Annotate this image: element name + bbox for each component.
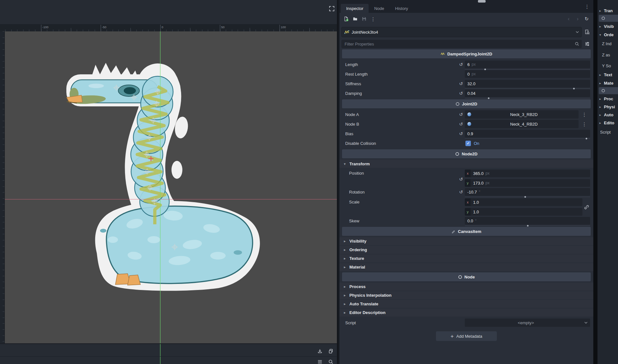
tab-node[interactable]: Node [369, 4, 389, 13]
section-process[interactable]: ▸ Process [339, 283, 593, 291]
y-axis-tag: y [465, 208, 471, 216]
revert-icon[interactable]: ↺ [457, 121, 465, 127]
dock-scrollbar-thumb[interactable] [478, 0, 486, 3]
unit-suffix: px [472, 62, 476, 67]
node-a-options-icon[interactable]: ⋮ [579, 112, 590, 118]
property-label: Stiffness [345, 81, 457, 86]
vertical-ruler [0, 31, 5, 343]
node-a-assign-button[interactable]: Neck_3_RB2D [465, 110, 579, 119]
revert-icon[interactable]: ↺ [457, 131, 465, 136]
category-node[interactable]: Node [342, 272, 591, 281]
revert-icon[interactable]: ↺ [457, 175, 465, 182]
panel-dock-button[interactable] [316, 347, 324, 355]
sliver-category-bar[interactable] [599, 87, 618, 94]
property-filter-options-button[interactable] [583, 40, 591, 48]
history-back-button[interactable]: ‹ [564, 15, 573, 23]
category-joint2d[interactable]: Joint2D [342, 99, 591, 108]
stiffness-value-field[interactable]: 32.0 [465, 80, 590, 87]
chevron-right-icon: ▸ [344, 248, 347, 252]
damping-value-field[interactable]: 0.04 [465, 89, 590, 97]
edited-object-name: JointNeck3to4 [352, 30, 573, 35]
tab-history[interactable]: History [390, 4, 413, 13]
add-metadata-button[interactable]: + Add Metadata [436, 331, 497, 341]
section-physics-interpolation[interactable]: ▸ Physics Interpolation [339, 291, 593, 299]
dock-options-menu-icon[interactable]: ⋮ [583, 4, 591, 10]
2d-viewport-canvas[interactable] [0, 31, 337, 364]
unit-suffix: px [486, 181, 490, 185]
sliver-category-bar[interactable] [599, 15, 618, 22]
sliver-section-transform[interactable]: ▸Tran [599, 8, 618, 13]
rest-length-value-field[interactable]: 0 px [465, 70, 590, 78]
slider-handle[interactable] [527, 225, 529, 227]
section-texture[interactable]: ▸ Texture [339, 254, 593, 262]
new-resource-icon [344, 16, 349, 21]
tab-inspector[interactable]: Inspector [341, 4, 369, 13]
revert-icon[interactable]: ↺ [457, 112, 465, 117]
section-visibility[interactable]: ▸ Visibility [339, 237, 593, 245]
panel-float-button[interactable] [327, 347, 335, 355]
slider-handle[interactable] [524, 196, 526, 198]
filter-properties-field[interactable] [341, 40, 582, 48]
load-resource-button[interactable] [351, 15, 359, 23]
sliver-section-material[interactable]: ▸Mate [599, 80, 618, 86]
script-assign-dropdown[interactable]: <empty> [465, 318, 590, 327]
sliver-section-texture[interactable]: ▸Text [599, 72, 618, 78]
sliver-section-visibility[interactable]: ▸Visib [599, 23, 618, 29]
property-row-bias: Bias ↺ 0.9 [339, 129, 593, 138]
position-y-field[interactable]: 173.0 px [471, 179, 590, 187]
rotation-value-field[interactable]: -10.7 ° [465, 188, 590, 196]
node-b-assign-button[interactable]: Neck_4_RB2D [465, 120, 579, 128]
skew-value-field[interactable]: 0.0 ° [465, 217, 590, 225]
expand-viewport-button[interactable] [328, 4, 336, 13]
position-x-field[interactable]: 365.0 px [471, 170, 590, 177]
plus-icon: + [451, 334, 454, 339]
object-history-button[interactable]: ↻ [582, 15, 591, 23]
sliver-section-process[interactable]: ▸Proc [599, 96, 618, 102]
menu-lines-button[interactable] [316, 358, 324, 364]
zoom-search-button[interactable] [327, 358, 335, 364]
disable-collision-checkbox[interactable]: ✓ [465, 141, 471, 146]
node-b-value: Neck_4_RB2D [472, 122, 576, 127]
filter-properties-input[interactable] [344, 41, 575, 47]
save-resource-button[interactable] [360, 15, 368, 23]
scale-link-toggle[interactable] [582, 205, 590, 210]
scale-x-field[interactable]: 1.0 [471, 198, 582, 206]
section-material[interactable]: ▸ Material [339, 263, 593, 271]
revert-icon[interactable]: ↺ [457, 189, 465, 194]
ruler-label: 100 [281, 25, 286, 29]
category-node2d[interactable]: Node2D [342, 149, 591, 158]
chevron-right-icon: ▸ [344, 285, 347, 288]
length-value-field[interactable]: 6 px [465, 61, 590, 68]
section-label: Visibility [349, 239, 366, 244]
slider-handle[interactable] [488, 97, 489, 99]
category-canvasitem[interactable]: CanvasItem [342, 227, 591, 236]
property-label: Skew [349, 219, 457, 223]
revert-icon[interactable]: ↺ [457, 91, 465, 96]
section-auto-translate[interactable]: ▸ Auto Translate [339, 300, 593, 308]
section-editor-description[interactable]: ▸ Editor Description [339, 309, 593, 317]
property-label: Node A [345, 112, 457, 117]
new-resource-button[interactable] [342, 15, 350, 23]
revert-icon[interactable]: ↺ [457, 62, 465, 67]
sliver-section-ordering[interactable]: ▾Orde [599, 32, 618, 37]
edited-object-dropdown[interactable]: JointNeck3to4 [341, 27, 582, 37]
history-forward-button[interactable]: › [573, 15, 582, 23]
revert-icon[interactable]: ↺ [457, 81, 465, 86]
section-ordering[interactable]: ▸ Ordering [339, 246, 593, 254]
chevron-right-icon: ▸ [344, 265, 347, 269]
node-b-options-icon[interactable]: ⋮ [579, 121, 590, 127]
node2d-icon [455, 152, 459, 156]
category-label: Joint2D [462, 102, 477, 106]
resource-extra-menu-icon[interactable]: ⋮ [369, 15, 377, 23]
sliver-section-physics[interactable]: ▸Physi [599, 104, 618, 110]
sliver-section-auto-translate[interactable]: ▸Auto [599, 112, 618, 118]
section-transform[interactable]: ▾ Transform [339, 160, 593, 168]
bias-value-field[interactable]: 0.9 [465, 130, 590, 137]
scale-y-field[interactable]: 1.0 [471, 208, 582, 216]
ruler-label: -50 [102, 25, 106, 29]
open-docs-button[interactable] [583, 28, 591, 36]
viewport-top-strip [0, 0, 337, 25]
category-damped-spring-joint2d[interactable]: DampedSpringJoint2D [342, 49, 591, 58]
property-row-length: Length ↺ 6 px [339, 60, 593, 69]
sliver-section-editor-description[interactable]: ▸Edito [599, 120, 618, 126]
